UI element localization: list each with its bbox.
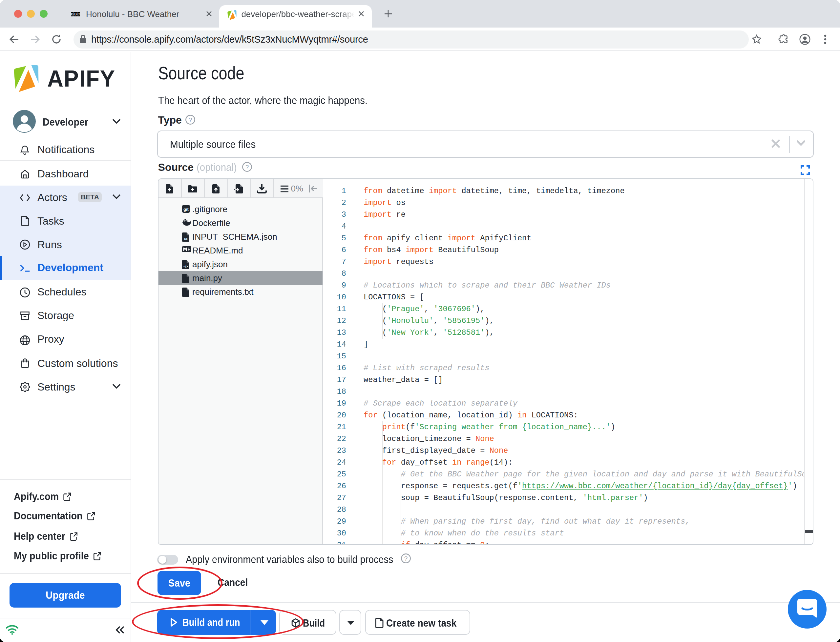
svg-text:?: ? [188, 117, 192, 123]
svg-text:?: ? [245, 164, 249, 170]
svg-text:git: git [184, 207, 189, 212]
svg-text:</>: </> [184, 237, 188, 241]
svg-text:B: B [74, 13, 76, 16]
svg-text:?: ? [404, 555, 408, 562]
svg-text:</>: </> [184, 265, 188, 268]
svg-text:B: B [71, 13, 73, 16]
svg-text:C: C [78, 13, 80, 16]
